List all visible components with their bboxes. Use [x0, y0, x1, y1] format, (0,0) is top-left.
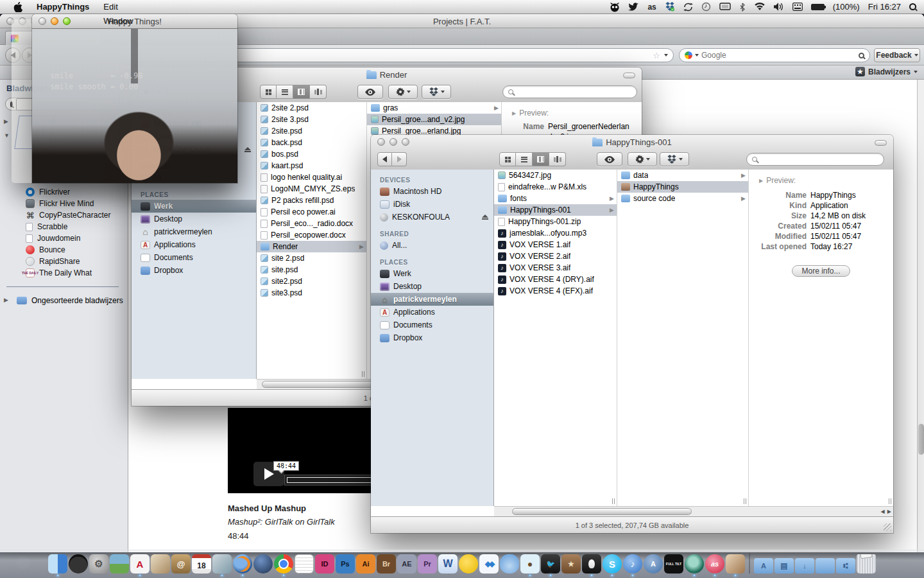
back-forward-buttons[interactable]	[377, 152, 407, 166]
file-row[interactable]: P2 packs refill.psd ▶	[257, 195, 366, 206]
battery-icon[interactable]	[811, 1, 825, 13]
minimize-lozenge[interactable]	[875, 140, 887, 146]
bookmark-item[interactable]: CopyPasteCharacter	[0, 209, 128, 221]
back-button[interactable]	[377, 152, 392, 166]
spotlight-menu-icon[interactable]	[909, 1, 916, 13]
dock-item-penguin-app[interactable]	[582, 554, 601, 577]
view-switcher[interactable]	[260, 85, 327, 99]
sidebar-item[interactable]: All...	[371, 239, 493, 252]
file-row[interactable]: HappyThings-001 ▶	[494, 204, 617, 216]
file-row[interactable]: site2.psd ▶	[257, 276, 366, 287]
list-view-button[interactable]	[277, 85, 293, 99]
file-row[interactable]: 2site.psd ▶	[257, 125, 366, 137]
menu-bar-clock[interactable]: Fri 16:27	[868, 2, 901, 12]
twitter-menu-icon[interactable]	[628, 1, 639, 13]
dock-item-cloudapp[interactable]	[500, 554, 519, 577]
finder-search-field[interactable]	[746, 153, 884, 166]
dock-item-dropbox[interactable]	[479, 554, 499, 577]
view-switcher[interactable]	[499, 152, 566, 166]
file-row[interactable]: source code ▶	[617, 193, 748, 204]
quicklook-button[interactable]	[357, 85, 383, 99]
dock-item-shared-folder[interactable]	[836, 554, 855, 577]
dock-item-lastfm[interactable]: as	[705, 554, 724, 577]
file-row[interactable]: logo henkel quality.ai ▶	[257, 171, 366, 183]
sidebar-item[interactable]: Documents	[371, 319, 493, 331]
dock-item-system-preferences[interactable]: ⚙	[89, 554, 108, 577]
dock-item-indesign[interactable]: ID	[315, 554, 334, 577]
hootsuite-owl-menu-icon[interactable]	[610, 1, 620, 13]
happythings-horizontal-scrollbar[interactable]: ◀ ▶	[494, 506, 893, 516]
volume-menu-icon[interactable]	[774, 1, 784, 13]
lastfm-menu-icon[interactable]: as	[647, 1, 656, 13]
dock-item-word[interactable]: W	[438, 554, 458, 577]
file-row[interactable]: bos.psd ▶	[257, 148, 366, 160]
sidebar-item[interactable]: Applications	[371, 306, 493, 319]
dock-item-bag-app[interactable]	[561, 554, 581, 577]
sidebar-item[interactable]: Werk	[132, 200, 256, 213]
dock-item-photoshop[interactable]: Ps	[336, 554, 355, 577]
sidebar-item[interactable]: iDisk	[371, 198, 493, 211]
file-row[interactable]: site.psd ▶	[257, 264, 366, 276]
search-magnifier-icon[interactable]	[859, 53, 864, 58]
google-search-input[interactable]	[701, 51, 856, 60]
browser-scrollbar-thumb[interactable]	[918, 424, 924, 455]
file-row[interactable]: Persil_ecopower.docx ▶	[257, 229, 366, 241]
dock-item-hootsuite[interactable]	[520, 554, 540, 577]
preview-twisty-icon[interactable]: ▶	[759, 178, 763, 184]
eject-icon[interactable]	[482, 215, 488, 220]
dock-item-textedit[interactable]	[295, 554, 314, 577]
dock-item-ical[interactable]: 18	[192, 554, 211, 577]
eject-icon[interactable]	[244, 147, 251, 152]
file-row[interactable]: Persil_eco..._radio.docx ▶	[257, 218, 366, 229]
sidebar-item[interactable]: Dropbox	[132, 264, 256, 277]
dock-item-chrome[interactable]	[274, 554, 293, 577]
sidebar-item[interactable]: Desktop	[132, 213, 256, 225]
sidebar-item[interactable]: KESKONFOULA	[371, 211, 493, 223]
action-gear-button[interactable]	[628, 152, 657, 166]
dock-item-cyberduck[interactable]	[459, 554, 478, 577]
list-view-button[interactable]	[516, 152, 533, 166]
keyboard-viewer-menu-icon[interactable]	[792, 1, 803, 13]
forward-button[interactable]	[392, 152, 407, 166]
search-engine-dropdown-icon[interactable]	[695, 54, 699, 57]
action-gear-button[interactable]	[388, 85, 418, 99]
bookmark-star-icon[interactable]: ☆	[653, 51, 660, 60]
bookmarks-menu-button[interactable]: ★ Bladwijzers	[855, 67, 918, 76]
file-row[interactable]: site3.psd ▶	[257, 287, 366, 299]
menu-item[interactable]: Window	[96, 14, 140, 28]
dock-item-full-tilt[interactable]: FULL TILT	[664, 554, 683, 577]
file-row[interactable]: VOX VERSE 2.aif ▶	[494, 250, 617, 262]
file-row[interactable]: Persil_groe...and_v2.jpg ▶	[367, 114, 501, 125]
dock-item-globe-app[interactable]	[253, 554, 273, 577]
displays-menu-icon[interactable]	[719, 1, 731, 13]
dock-item-separator[interactable]	[746, 553, 753, 577]
dock-item-skype[interactable]: S	[603, 554, 622, 577]
file-row[interactable]: Render ▶	[257, 241, 366, 252]
wifi-menu-icon[interactable]	[754, 1, 766, 13]
sidebar-item[interactable]: Macintosh HD	[371, 185, 493, 198]
happythings-titlebar[interactable]: HappyThings-001	[371, 135, 893, 150]
coverflow-view-button[interactable]	[549, 152, 566, 166]
scrollbar-arrows[interactable]: ◀ ▶	[880, 509, 892, 514]
menu-item[interactable]: Edit	[96, 0, 140, 14]
bookmark-item[interactable]: Scrabble	[0, 221, 128, 232]
bookmark-item[interactable]: Flickr Hive Mind	[0, 198, 128, 209]
file-row[interactable]: data ▶	[617, 170, 748, 181]
quicklook-button[interactable]	[597, 152, 622, 166]
file-row[interactable]: back.psd ▶	[257, 137, 366, 148]
dock-item-itunes[interactable]: ♪	[623, 554, 642, 577]
more-info-button[interactable]: More info...	[792, 265, 850, 277]
file-row[interactable]: HappyThings ▶	[617, 181, 748, 193]
finder-search-input[interactable]	[760, 155, 878, 163]
finder-search-input[interactable]	[517, 88, 631, 96]
bluetooth-menu-icon[interactable]	[739, 1, 746, 13]
file-row[interactable]: kaart.psd ▶	[257, 160, 366, 171]
column-view-button[interactable]	[533, 152, 549, 166]
sidebar-item[interactable]: DEVICES	[371, 170, 493, 185]
file-row[interactable]: 5643427.jpg ▶	[494, 170, 617, 181]
dropbox-menu-icon[interactable]	[665, 1, 675, 13]
sync-menu-icon[interactable]	[683, 1, 693, 13]
url-dropdown-icon[interactable]	[664, 54, 668, 57]
dock-item-firefox[interactable]	[233, 554, 252, 577]
column-view-button[interactable]	[293, 85, 310, 99]
